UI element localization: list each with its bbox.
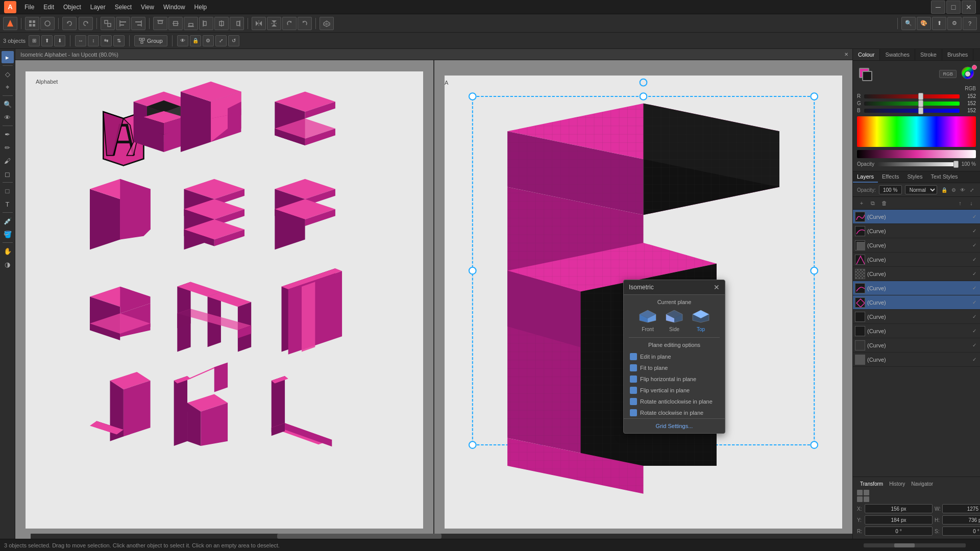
layer-item[interactable]: (Curve) ✓ xyxy=(853,253,980,267)
layer-visibility-toggle[interactable]: ✓ xyxy=(971,285,978,292)
brushes-tab[interactable]: Brushes xyxy=(942,49,973,60)
fill-stroke-swatches[interactable] xyxy=(857,66,873,82)
menu-file[interactable]: File xyxy=(20,2,38,12)
layer-visibility-toggle[interactable]: ✓ xyxy=(971,328,978,335)
menu-help[interactable]: Help xyxy=(190,2,211,12)
layer-item[interactable]: (Curve) ✓ xyxy=(853,338,980,353)
flip-h-btn[interactable] xyxy=(252,17,266,30)
rotate-ccw-btn[interactable] xyxy=(298,17,312,30)
menu-window[interactable]: Window xyxy=(159,2,189,12)
menu-view[interactable]: View xyxy=(137,2,158,12)
w-input[interactable] xyxy=(942,504,980,513)
fit-to-plane-option[interactable]: Fit to plane xyxy=(624,362,725,373)
tool-view[interactable]: 👁 xyxy=(2,111,14,123)
layer-gear-icon[interactable]: ⚙ xyxy=(949,186,958,194)
menu-edit[interactable]: Edit xyxy=(39,2,58,12)
arrange-group[interactable] xyxy=(101,17,115,30)
refresh-btn[interactable]: ↺ xyxy=(228,35,239,46)
edit-in-plane-option[interactable]: Edit in plane xyxy=(624,351,725,362)
tool-pencil[interactable]: ✏ xyxy=(2,141,14,154)
settings-btn[interactable]: ⚙ xyxy=(947,17,962,30)
color-type-rgb-text[interactable]: RGB xyxy=(939,70,957,78)
iso-plane-side[interactable]: Side xyxy=(665,308,683,332)
menu-object[interactable]: Object xyxy=(59,2,85,12)
layer-visibility-toggle[interactable]: ✓ xyxy=(971,256,978,263)
minimize-button[interactable]: ─ xyxy=(931,1,945,14)
tool-eraser[interactable]: ◻ xyxy=(2,168,14,180)
align-bottom-btn[interactable] xyxy=(184,17,198,30)
group-button[interactable]: Group xyxy=(134,35,167,46)
align-vcenter-btn[interactable] xyxy=(168,17,183,30)
opacity-thumb[interactable] xyxy=(953,161,959,168)
stroke-swatch[interactable] xyxy=(862,71,872,81)
h-input[interactable] xyxy=(942,515,980,524)
layer-item[interactable]: (Curve) ✓ xyxy=(853,210,980,224)
layer-visibility-toggle[interactable]: ✓ xyxy=(971,270,978,278)
tool-shape[interactable]: □ xyxy=(2,185,14,197)
tool-zoom[interactable]: 🔍 xyxy=(2,98,14,110)
y-input[interactable] xyxy=(865,515,933,524)
layer-visibility-toggle[interactable]: ✓ xyxy=(971,313,978,320)
align-right[interactable] xyxy=(131,17,145,30)
transform-tab[interactable]: Transform xyxy=(857,480,886,488)
text-styles-tab[interactable]: Text Styles xyxy=(926,171,962,183)
iso-plane-front[interactable]: Front xyxy=(639,308,657,332)
x-input[interactable] xyxy=(865,504,933,513)
tool-pen[interactable]: ✒ xyxy=(2,128,14,140)
align-distribute-btn[interactable]: ⊞ xyxy=(29,35,40,46)
zoom-btn[interactable]: 🔍 xyxy=(901,17,916,30)
move-layer-down-btn[interactable]: ↓ xyxy=(967,198,976,208)
layer-item[interactable]: (Curve) ✓ xyxy=(853,267,980,281)
view-mode-vector[interactable] xyxy=(40,17,55,30)
tool-brush[interactable]: 🖌 xyxy=(2,155,14,167)
colour-tab[interactable]: Colour xyxy=(853,49,880,60)
delete-layer-btn[interactable]: 🗑 xyxy=(879,198,889,208)
color-spectrum[interactable] xyxy=(857,116,976,147)
layer-visibility-toggle[interactable]: ✓ xyxy=(971,242,978,249)
tool-hand[interactable]: ✋ xyxy=(2,245,14,257)
effects-tab[interactable]: Effects xyxy=(878,171,903,183)
iso-plane-top[interactable]: Top xyxy=(692,308,710,332)
g-slider-thumb[interactable] xyxy=(918,100,923,107)
layer-eye-icon[interactable]: 👁 xyxy=(959,186,967,194)
tool-select[interactable]: ▸ xyxy=(2,51,14,63)
align-top-btn[interactable] xyxy=(153,17,167,30)
settings-ctx-btn[interactable]: ⚙ xyxy=(203,35,214,46)
flip-v-btn[interactable] xyxy=(267,17,281,30)
layer-item[interactable]: (Curve) ✓ xyxy=(853,295,980,310)
align-hright-btn[interactable] xyxy=(230,17,244,30)
r-slider-track[interactable] xyxy=(864,94,960,98)
flip-h-plane-option[interactable]: Flip horizontal in plane xyxy=(624,373,725,385)
r-slider-thumb[interactable] xyxy=(918,93,923,100)
rotate-cw-btn[interactable] xyxy=(282,17,297,30)
layer-item[interactable]: (Curve) ✓ xyxy=(853,281,980,295)
styles-tab[interactable]: Styles xyxy=(903,171,926,183)
layer-visibility-toggle[interactable]: ✓ xyxy=(971,299,978,306)
canvas-hscrollbar[interactable] xyxy=(31,534,852,539)
iso-dialog-close-button[interactable]: ✕ xyxy=(714,283,720,291)
affinity-home-button[interactable] xyxy=(3,17,17,30)
visibility-btn[interactable]: 👁 xyxy=(177,35,188,46)
grid-settings-button[interactable]: Grid Settings... xyxy=(624,418,725,433)
flip-v-plane-option[interactable]: Flip vertical in plane xyxy=(624,385,725,396)
flip-diag-btn[interactable]: ⇅ xyxy=(113,35,125,46)
b-slider-thumb[interactable] xyxy=(918,107,923,114)
close-document-button[interactable]: ✕ xyxy=(842,50,850,58)
canvas-hscrollbar-thumb[interactable] xyxy=(277,534,442,539)
add-layer-btn[interactable]: + xyxy=(857,198,866,208)
redo-button[interactable] xyxy=(79,17,93,30)
lock-aspect-btn[interactable]: ⇆ xyxy=(101,35,112,46)
flip-x-ctx-btn[interactable]: ↔ xyxy=(75,35,86,46)
layer-item[interactable]: (Curve) ✓ xyxy=(853,324,980,338)
export-btn[interactable]: ⬆ xyxy=(932,17,946,30)
layers-tab[interactable]: Layers xyxy=(853,171,878,183)
lock-aspect-icon[interactable] xyxy=(857,490,869,502)
color-value-bar[interactable] xyxy=(857,150,976,158)
tool-node[interactable]: ◇ xyxy=(2,68,14,80)
stack-down-btn[interactable]: ⬇ xyxy=(54,35,65,46)
duplicate-layer-btn[interactable]: ⧉ xyxy=(868,198,877,208)
navigator-tab[interactable]: Navigator xyxy=(908,480,936,488)
color-picker-btn[interactable]: 🎨 xyxy=(917,17,931,30)
align-hcenter-btn[interactable] xyxy=(214,17,229,30)
tool-gradient[interactable]: ◑ xyxy=(2,258,14,270)
